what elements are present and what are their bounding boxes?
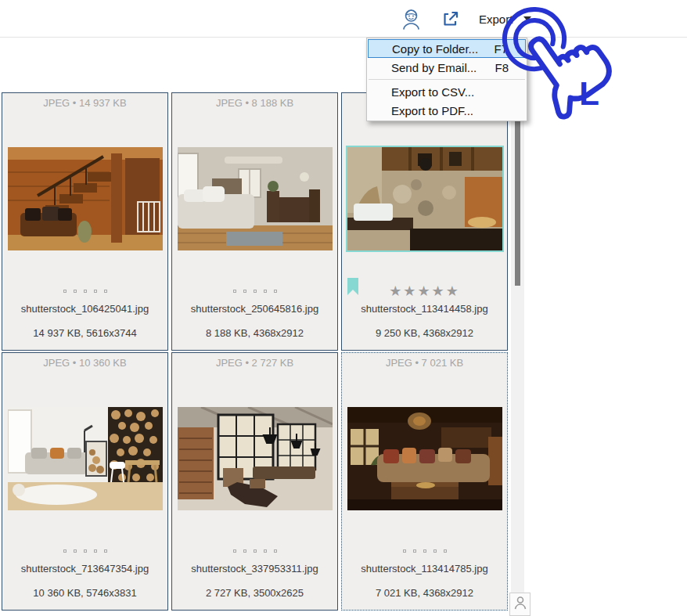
file-details: 9 250 KB, 4368x2912 <box>342 327 507 339</box>
scrollbar-thumb[interactable] <box>515 117 520 286</box>
toolbar: Export <box>0 0 687 38</box>
dropdown-caret-icon[interactable] <box>523 16 531 21</box>
thumbnail-image[interactable] <box>8 147 163 250</box>
menu-item-export-to-pdf[interactable]: Export to PDF... <box>368 101 526 120</box>
rating-dots[interactable] <box>172 286 337 297</box>
menu-item-shortcut: F7 <box>494 42 508 56</box>
menu-separator <box>369 79 525 80</box>
thumbnail-grid: JPEG • 14 937 KB <box>2 92 508 611</box>
menu-item-label: Export to PDF... <box>391 104 473 117</box>
file-details: 10 360 KB, 5746x3831 <box>2 587 167 599</box>
asset-card[interactable]: JPEG • 2 727 KB <box>171 352 338 611</box>
vertical-scrollbar[interactable] <box>511 38 524 616</box>
asset-card-selected[interactable]: ★★★★★ shutterstock_113414458.jpg 9 250 K… <box>341 92 508 351</box>
menu-item-label: Copy to Folder... <box>392 42 478 56</box>
menu-item-label: Send by Email... <box>391 61 477 74</box>
rating-dots[interactable] <box>342 546 507 557</box>
asset-card[interactable]: JPEG • 8 188 KB <box>171 92 338 351</box>
asset-card-focused[interactable]: JPEG • 7 021 KB <box>341 352 508 611</box>
thumbnail-image[interactable] <box>178 407 333 510</box>
file-name: shutterstock_250645816.jpg <box>172 303 337 315</box>
file-format-size: JPEG • 2 727 KB <box>172 353 337 372</box>
file-format-size: JPEG • 8 188 KB <box>172 93 337 112</box>
thumbnail-image[interactable] <box>347 407 502 510</box>
file-details: 14 937 KB, 5616x3744 <box>2 327 167 339</box>
left-click-label: L <box>579 75 599 112</box>
menu-item-export-to-csv[interactable]: Export to CSV... <box>368 82 526 101</box>
menu-item-shortcut: F8 <box>495 61 509 74</box>
user-avatar-icon[interactable] <box>401 8 421 30</box>
menu-item-copy-to-folder[interactable]: Copy to Folder... F7 <box>368 39 526 58</box>
thumbnail-image[interactable] <box>178 147 333 250</box>
file-name: shutterstock_106425041.jpg <box>2 303 167 315</box>
asset-card[interactable]: JPEG • 10 360 KB <box>2 352 168 611</box>
menu-item-send-by-email[interactable]: Send by Email... F8 <box>368 58 526 77</box>
app-window: Export Copy to Folder... F7 Send by Emai… <box>0 0 687 616</box>
corner-user-button[interactable] <box>509 593 531 616</box>
small-user-icon <box>514 596 527 610</box>
thumbnail-image[interactable] <box>8 407 163 510</box>
file-name: shutterstock_337953311.jpg <box>172 563 337 575</box>
rating-stars[interactable]: ★★★★★ <box>342 286 507 297</box>
file-format-size: JPEG • 14 937 KB <box>2 93 167 112</box>
asset-card[interactable]: JPEG • 14 937 KB <box>2 92 168 351</box>
export-button-label: Export <box>479 13 513 26</box>
rating-dots[interactable] <box>172 546 337 557</box>
thumbnail-image[interactable] <box>346 146 504 252</box>
file-format-size: JPEG • 10 360 KB <box>2 353 167 372</box>
star-rating: ★★★★★ <box>389 286 460 297</box>
rating-dots[interactable] <box>2 286 167 297</box>
menu-item-label: Export to CSV... <box>391 85 474 99</box>
file-format-size: JPEG • 7 021 KB <box>342 353 507 372</box>
export-dropdown-menu: Copy to Folder... F7 Send by Email... F8… <box>366 38 527 121</box>
file-name: shutterstock_113414458.jpg <box>342 303 507 315</box>
file-name: shutterstock_113414785.jpg <box>342 563 507 575</box>
file-name: shutterstock_713647354.jpg <box>2 563 167 575</box>
file-details: 8 188 KB, 4368x2912 <box>172 327 337 339</box>
rating-dots[interactable] <box>2 546 167 557</box>
export-arrow-icon[interactable] <box>440 8 460 30</box>
file-details: 7 021 KB, 4368x2912 <box>342 587 507 599</box>
export-button[interactable]: Export <box>479 13 531 26</box>
file-details: 2 727 KB, 3500x2625 <box>172 587 337 599</box>
